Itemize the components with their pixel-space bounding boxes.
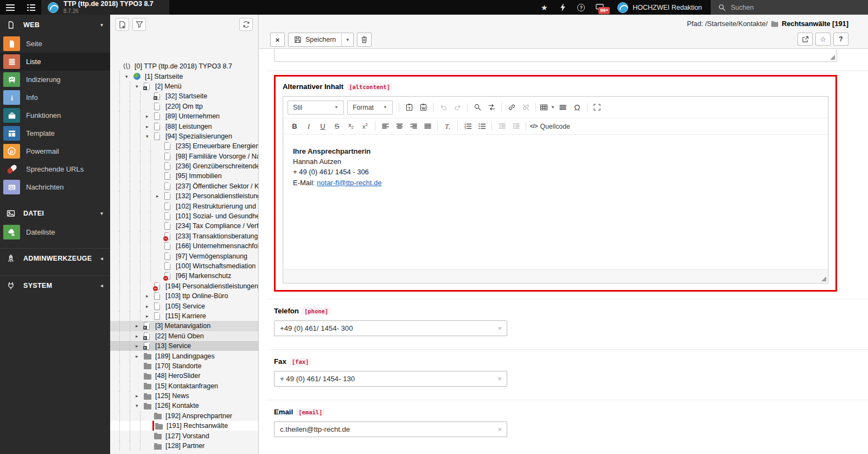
indent-button[interactable] [509, 120, 523, 133]
tree-node[interactable]: [166] Unternehmensnachfolge [110, 241, 258, 251]
expander-closed-icon[interactable]: ▸ [146, 293, 154, 299]
user-menu[interactable]: HOCHZWEI Redaktion [609, 0, 711, 15]
tree-node[interactable]: ▸[89] Unternehmen [110, 111, 258, 121]
undo-button[interactable] [436, 101, 450, 114]
tree-node[interactable]: [0] TTP (ttp.de 2018) TYPO3 8.7 [110, 61, 258, 71]
tree-node[interactable]: ▸[13] Service [110, 341, 258, 351]
tree-node[interactable]: [220] Om ttp [110, 102, 258, 111]
tree-node[interactable]: [15] Kontaktanfragen [110, 381, 258, 391]
bold-button[interactable]: B [288, 120, 302, 133]
expander-closed-icon[interactable]: ▸ [146, 114, 154, 119]
paste-as-text-button[interactable]: T [402, 101, 416, 114]
open-new-window-icon[interactable] [797, 33, 813, 46]
underline-button[interactable]: U [316, 120, 330, 133]
doc-help-icon[interactable]: ? [833, 33, 848, 46]
clear-cache-bolt-icon[interactable] [553, 0, 572, 15]
tree-node[interactable]: [192] Ansprechpartner [110, 411, 258, 421]
expander-closed-icon[interactable]: ▸ [146, 124, 154, 129]
tree-node[interactable]: ▸[103] ttp Online-Büro [110, 291, 258, 301]
sidebar-item-powermail[interactable]: pPowermail [0, 142, 110, 160]
align-left-button[interactable] [378, 120, 392, 133]
sidebar-item-template[interactable]: Template [0, 124, 110, 142]
new-page-icon[interactable] [116, 18, 129, 31]
expander-closed-icon[interactable]: ▸ [136, 393, 144, 399]
expander-closed-icon[interactable]: ▸ [136, 333, 144, 339]
help-icon[interactable]: ? [572, 0, 590, 15]
tree-node[interactable]: ▸[115] Karriere [110, 311, 258, 321]
refresh-icon[interactable] [239, 18, 253, 31]
expander-open-icon[interactable]: ▾ [136, 84, 144, 89]
resize-handle[interactable] [830, 55, 835, 60]
tree-node[interactable]: [102] Restrukturierung und Sani [110, 201, 258, 211]
systeminformation-icon[interactable]: 99+ [590, 0, 609, 15]
clear-icon[interactable]: × [497, 324, 502, 332]
bullet-list-button[interactable] [475, 120, 489, 133]
close-icon[interactable]: × [270, 33, 285, 47]
expander-closed-icon[interactable]: ▸ [146, 313, 154, 319]
tree-node[interactable]: ▾[2] Menü [110, 81, 258, 91]
expander-closed-icon[interactable]: ▸ [146, 304, 154, 309]
expander-closed-icon[interactable]: ▸ [136, 323, 144, 329]
tree-node[interactable]: [191] Rechtsanwälte [110, 421, 258, 431]
paste-from-word-button[interactable]: W [416, 101, 430, 114]
tree-node[interactable]: [233] Transaktionsberatung [110, 231, 258, 241]
expander-open-icon[interactable]: ▾ [146, 134, 154, 139]
tree-node[interactable]: [170] Standorte [110, 361, 258, 371]
tree-node[interactable]: ▸[132] Personaldienstleistungen [110, 191, 258, 201]
tree-node[interactable]: ▸[189] Landingpages [110, 351, 258, 361]
tree-node[interactable]: [236] Grenzüberschreitende Bera [110, 161, 258, 171]
save-dropdown-caret[interactable]: ▾ [341, 33, 353, 46]
sidebar-item-info[interactable]: iInfo [0, 89, 110, 106]
italic-button[interactable]: I [302, 120, 316, 133]
trash-icon[interactable] [357, 33, 372, 47]
tree-node[interactable]: [235] Erneuerbare Energien [110, 141, 258, 151]
tree-node[interactable]: ▸[125] News [110, 391, 258, 401]
redo-button[interactable] [450, 101, 464, 114]
sidebar-item-funktionen[interactable]: Funktionen [0, 106, 110, 124]
tree-node[interactable]: [127] Vorstand [110, 431, 258, 440]
search-input[interactable]: Suchen [711, 0, 868, 15]
tree-node[interactable]: [128] Partner [110, 441, 258, 451]
email-link[interactable]: notar-fl@ttp-recht.de [317, 179, 381, 187]
module-section-header-web[interactable]: WEB▾ [0, 15, 110, 35]
ordered-list-button[interactable]: 123 [461, 120, 475, 133]
replace-button[interactable] [484, 101, 499, 114]
expander-closed-icon[interactable]: ▸ [136, 343, 144, 349]
unlink-button[interactable] [519, 101, 533, 114]
link-button[interactable] [505, 101, 519, 114]
special-character-button[interactable]: Ω [570, 101, 584, 114]
find-button[interactable] [470, 101, 484, 114]
sidebar-item-sprechende-urls[interactable]: Sprechende URLs [0, 160, 110, 178]
expander-closed-icon[interactable]: ▸ [156, 193, 164, 199]
source-button[interactable]: </>Quellcode [529, 120, 571, 133]
previous-field-textarea[interactable] [274, 49, 837, 62]
style-select[interactable]: Stil▼ [288, 100, 344, 115]
tree-node[interactable]: ▸[22] Menü Oben [110, 331, 258, 341]
menu-icon[interactable] [0, 0, 21, 15]
filter-icon[interactable] [132, 18, 146, 31]
telefon-input[interactable]: +49 (0) 461/ 1454- 300× [274, 320, 507, 336]
tree-node[interactable]: [98] Familiäre Vorsorge / Nachla [110, 152, 258, 161]
tree-node[interactable]: ▸[88] Leistungen [110, 121, 258, 131]
rte-content-area[interactable]: Ihre Ansprechpartnerin Hannah Autzen + 4… [283, 135, 828, 269]
align-right-button[interactable] [406, 120, 420, 133]
align-center-button[interactable] [392, 120, 406, 133]
bookmark-star-icon[interactable]: ★ [535, 0, 553, 15]
sidebar-item-seite[interactable]: Seite [0, 35, 110, 53]
save-button[interactable]: Speichern ▾ [288, 33, 354, 47]
tree-node[interactable]: [100] Wirtschaftsmediation [110, 261, 258, 271]
tree-node[interactable]: ▸[3] Metanavigation [110, 321, 258, 331]
sidebar-item-indizierung[interactable]: Indizierung [0, 71, 110, 89]
tree-node[interactable]: [194] Personaldienstleistungen_alt [110, 281, 258, 291]
horizontal-rule-button[interactable] [556, 101, 570, 114]
expander-open-icon[interactable]: ▾ [136, 403, 144, 408]
subscript-button[interactable]: x2 [344, 120, 358, 133]
strikethrough-button[interactable]: S [330, 120, 344, 133]
tree-node[interactable]: ▾[126] Kontakte [110, 401, 258, 411]
align-justify-button[interactable] [420, 120, 435, 133]
maximize-button[interactable] [590, 101, 604, 114]
expander-closed-icon[interactable]: ▸ [136, 354, 144, 359]
table-button[interactable]: ▼ [539, 101, 556, 114]
tree-node[interactable]: ▾[94] Spezialisierungen [110, 131, 258, 141]
expander-open-icon[interactable]: ▾ [125, 74, 133, 79]
